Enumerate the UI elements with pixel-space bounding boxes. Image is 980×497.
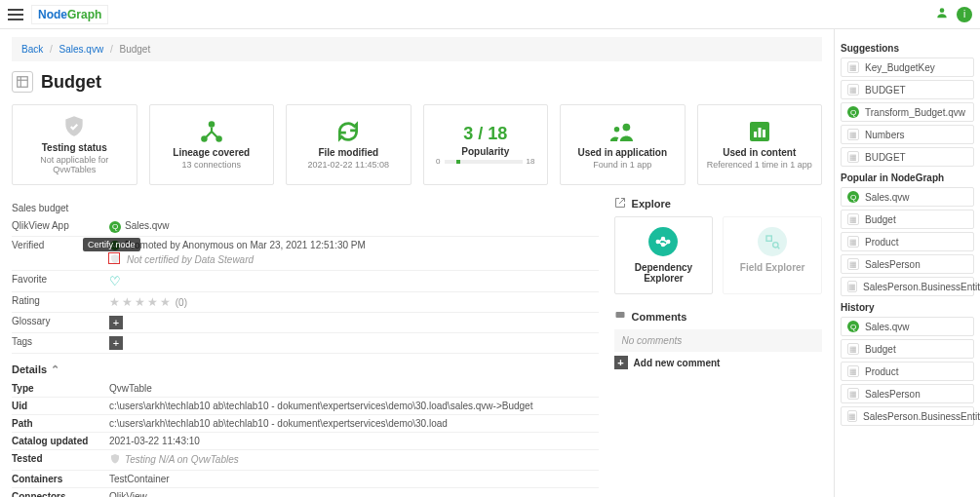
heart-icon[interactable]: ♡ <box>109 274 121 288</box>
content-area: Back / Sales.qvw / Budget Budget Testing… <box>0 29 834 497</box>
field-explorer-button[interactable]: Field Explorer <box>723 216 822 294</box>
comments-header: Comments <box>614 310 822 324</box>
sidebar-suggestions-title: Suggestions <box>841 43 974 54</box>
people-icon <box>608 120 636 143</box>
sidebar: Suggestions ▦Key_BudgetKey ▦BUDGET QTran… <box>834 29 980 497</box>
logo-node: Node <box>38 8 67 21</box>
grid-icon: ▦ <box>847 84 859 96</box>
sidebar-item[interactable]: ▦Numbers <box>841 125 974 144</box>
menu-icon[interactable] <box>8 9 23 20</box>
popularity-value: 3 / 18 <box>463 124 507 144</box>
page-title: Budget <box>41 72 101 93</box>
add-comment-button[interactable]: + Add new comment <box>614 356 822 369</box>
grid-icon: ▦ <box>847 151 859 163</box>
chevron-up-icon: ⌃ <box>51 363 59 376</box>
row-path: Pathc:\users\arkh\techlab10 ab\techlab10… <box>12 415 599 433</box>
logo[interactable]: NodeGraph <box>31 5 108 24</box>
sidebar-item[interactable]: ▦Key_BudgetKey <box>841 57 974 77</box>
details-header[interactable]: Details ⌃ <box>12 363 599 376</box>
stats-row: Testing status Not applicable for QvwTab… <box>12 104 822 185</box>
help-icon[interactable]: i <box>957 7 972 22</box>
breadcrumb-back[interactable]: Back <box>21 44 43 55</box>
dependency-explorer-button[interactable]: Dependency Explorer <box>614 216 714 294</box>
shield-mini-icon <box>109 453 121 467</box>
add-tag-button[interactable]: + <box>109 336 123 350</box>
sidebar-item[interactable]: ▦SalesPerson.BusinessEntityID <box>841 406 974 426</box>
svg-rect-10 <box>754 132 757 137</box>
grid-icon: ▦ <box>847 388 859 400</box>
comments-empty: No comments <box>614 329 822 352</box>
user-icon[interactable] <box>935 6 949 22</box>
sidebar-item[interactable]: QSales.qvw <box>841 317 974 336</box>
meta-favorite: Favorite ♡ <box>12 271 599 292</box>
svg-point-14 <box>657 241 660 244</box>
svg-point-8 <box>614 127 620 133</box>
row-uid: Uidc:\users\arkh\techlab10 ab\techlab10 … <box>12 398 599 415</box>
meta-glossary: Glossary + <box>12 313 599 333</box>
sidebar-item[interactable]: ▦BUDGET <box>841 147 974 167</box>
comment-icon <box>614 310 626 324</box>
sidebar-item[interactable]: ▦Product <box>841 232 974 251</box>
sidebar-item[interactable]: ▦SalesPerson <box>841 254 974 274</box>
card-used-content: Used in content Referenced 1 time in 1 a… <box>697 104 823 185</box>
grid-icon: ▦ <box>847 236 859 248</box>
svg-rect-1 <box>18 77 28 88</box>
meta-rating: Rating ★★★★★ (0) <box>12 292 599 313</box>
topbar: NodeGraph i <box>0 0 980 29</box>
svg-line-20 <box>777 247 779 248</box>
sidebar-item[interactable]: ▦BUDGET <box>841 80 974 99</box>
sales-budget-label: Sales budget <box>12 197 599 217</box>
field-explorer-icon <box>758 227 787 256</box>
svg-rect-12 <box>763 130 765 137</box>
sidebar-item[interactable]: ▦Budget <box>841 210 974 229</box>
sidebar-item[interactable]: ▦SalesPerson.BusinessEntityID <box>841 277 974 296</box>
grid-icon: ▦ <box>847 365 859 377</box>
add-glossary-button[interactable]: + <box>109 316 123 329</box>
row-tested: TestedTesting N/A on QvwTables <box>12 450 599 471</box>
grid-icon: ▦ <box>847 61 859 73</box>
row-type: TypeQvwTable <box>12 380 599 398</box>
sidebar-item[interactable]: QTransform_Budget.qvw <box>841 102 974 122</box>
meta-tags: Tags + <box>12 333 599 354</box>
svg-rect-21 <box>615 312 624 318</box>
sidebar-item[interactable]: ▦Budget <box>841 339 974 359</box>
page-title-row: Budget <box>12 71 822 93</box>
breadcrumb-current: Budget <box>120 44 151 55</box>
logo-graph: Graph <box>67 8 101 21</box>
topbar-right: i <box>935 6 972 22</box>
grid-icon: ▦ <box>847 258 859 270</box>
explore-header: Explore <box>614 197 822 210</box>
stars-icon[interactable]: ★★★★★ <box>109 295 173 309</box>
grid-icon: ▦ <box>847 281 857 292</box>
row-containers: ContainersTestContainer <box>12 471 599 488</box>
sidebar-item[interactable]: QSales.qvw <box>841 187 974 207</box>
qlik-icon: Q <box>847 106 859 118</box>
svg-point-4 <box>209 121 216 128</box>
plus-icon: + <box>614 356 628 369</box>
svg-point-7 <box>623 124 631 132</box>
svg-rect-11 <box>758 128 761 137</box>
meta-verified: Verified Certify node Promoted by Anonym… <box>12 237 599 271</box>
topbar-left: NodeGraph <box>8 5 108 24</box>
grid-icon: ▦ <box>847 343 859 355</box>
table-icon <box>12 71 33 93</box>
card-lineage: Lineage covered 13 connections <box>149 104 275 185</box>
breadcrumb-mid[interactable]: Sales.qvw <box>59 44 104 55</box>
certify-tooltip: Certify node <box>83 238 140 251</box>
sidebar-item[interactable]: ▦SalesPerson <box>841 384 974 403</box>
sidebar-popular-title: Popular in NodeGraph <box>841 172 974 183</box>
right-panel: Explore Dependency Explorer Field Explor… <box>614 197 822 497</box>
qlik-icon: Q <box>109 221 121 233</box>
highlight-box <box>108 252 120 264</box>
card-used-app: Used in application Found in 1 app <box>560 104 686 185</box>
sidebar-item[interactable]: ▦Product <box>841 362 974 381</box>
svg-point-0 <box>940 8 945 13</box>
qlik-icon: Q <box>847 321 859 332</box>
refresh-icon <box>335 120 361 143</box>
dependency-explorer-icon <box>648 227 678 256</box>
svg-point-19 <box>773 243 778 248</box>
popularity-bar <box>445 160 523 164</box>
card-popularity: 3 / 18 Popularity 0 18 <box>423 104 549 185</box>
breadcrumb: Back / Sales.qvw / Budget <box>12 37 822 61</box>
card-testing: Testing status Not applicable for QvwTab… <box>12 104 137 185</box>
